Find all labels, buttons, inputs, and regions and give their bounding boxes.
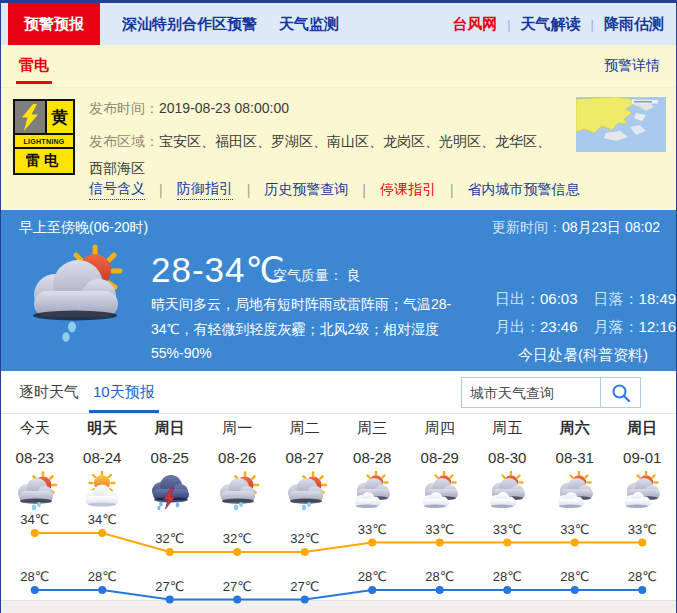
badge-type-en: LIGHTNING (15, 135, 73, 149)
link-defense-guide[interactable]: 防御指引 (177, 180, 233, 200)
day-label: 周五 (474, 419, 542, 437)
warning-links-row: 信号含义 | 防御指引 | 历史预警查询 | 停课指引 | 省内城市预警信息 (89, 180, 580, 200)
sun-times-row: 日出：06:03 日落：18:49 (495, 290, 676, 309)
high-temp-label: 33℃ (628, 522, 657, 537)
nav-separator: | (591, 17, 594, 32)
day-label: 今天 (1, 419, 69, 437)
low-temp-label: 27℃ (223, 579, 252, 594)
active-tab-underline (16, 81, 52, 84)
low-temp-point (503, 586, 511, 594)
search-icon (611, 383, 631, 403)
tab-warning-forecast[interactable]: 预警预报 (8, 3, 100, 45)
shower-sun-icon (1, 471, 69, 511)
publish-time-label: 发布时间： (89, 100, 159, 116)
air-quality-label: 空气质量： (273, 267, 343, 283)
day-label: 周六 (541, 419, 609, 437)
alert-detail-link[interactable]: 预警详情 (604, 57, 660, 75)
air-quality: 空气质量： 良 (273, 267, 361, 285)
current-weather-panel: 早上至傍晚(06-20时) 更新时间：08月23日 08:02 28-34℃ 空… (1, 210, 676, 371)
high-temp-point (98, 529, 106, 537)
nav-weather-monitor[interactable]: 天气监测 (279, 15, 339, 34)
forecast-period-label: 早上至傍晚(06-20时) (19, 219, 148, 237)
air-quality-value: 良 (347, 267, 361, 283)
link-history-query[interactable]: 历史预警查询 (264, 181, 348, 199)
badge-grade-label: 黄 (47, 101, 73, 133)
forecast-day-column[interactable]: 周三08-28 (339, 414, 407, 511)
forecast-day-column[interactable]: 周日08-25 (136, 414, 204, 511)
link-separator: | (247, 182, 251, 198)
forecast-day-column[interactable]: 今天08-23 (1, 414, 69, 511)
forecast-day-column[interactable]: 周六08-31 (541, 414, 609, 511)
nav-rain-estimate[interactable]: 降雨估测 (604, 15, 664, 34)
current-weather-icon-shower-sun (15, 243, 135, 345)
active-tab-underline (89, 410, 159, 413)
tab-lightning-alert[interactable]: 雷电 (19, 56, 49, 75)
partly-cloudy-icon (69, 471, 137, 511)
solar-term-link[interactable]: 今日处暑(科普资料) (518, 346, 648, 365)
forecast-day-column[interactable]: 周日09-01 (609, 414, 677, 511)
low-temp-label: 28℃ (88, 569, 117, 584)
date-label: 08-26 (204, 449, 272, 466)
day-label: 明天 (69, 419, 137, 437)
nav-typhoon-site[interactable]: 台风网 (452, 15, 497, 34)
city-weather-search (461, 377, 641, 408)
date-label: 08-31 (541, 449, 609, 466)
top-nav: 预警预报 深汕特别合作区预警 天气监测 台风网 | 天气解读 | 降雨估测 (1, 3, 676, 45)
cloudy-sun-icon (406, 471, 474, 511)
forecast-day-column[interactable]: 明天08-24 (69, 414, 137, 511)
alert-type-bar: 雷电 预警详情 (1, 45, 676, 88)
lightning-warning-badge[interactable]: 黄 LIGHTNING 雷电 (13, 99, 75, 175)
warning-area-map[interactable] (576, 97, 666, 152)
forecast-day-column[interactable]: 周二08-27 (271, 414, 339, 511)
date-label: 08-25 (136, 449, 204, 466)
publish-time-row: 发布时间：2019-08-23 08:00:00 (89, 100, 289, 118)
low-temp-line (35, 590, 643, 600)
nav-weather-explain[interactable]: 天气解读 (521, 15, 581, 34)
date-label: 08-23 (1, 449, 69, 466)
high-temp-point (503, 539, 511, 547)
cloudy-sun-icon (474, 471, 542, 511)
low-temp-point (571, 586, 579, 594)
high-temp-label: 34℃ (88, 512, 117, 527)
cloudy-sun-icon (609, 471, 677, 511)
update-time-value: 08月23日 08:02 (562, 219, 660, 235)
low-temp-label: 27℃ (290, 579, 319, 594)
high-temp-line (35, 533, 643, 552)
update-time-label: 更新时间： (492, 219, 562, 235)
tab-ten-day-forecast[interactable]: 10天预报 (93, 383, 155, 402)
nav-separator: | (507, 17, 510, 32)
date-label: 08-28 (339, 449, 407, 466)
cloudy-sun-icon (339, 471, 407, 511)
date-label: 08-29 (406, 449, 474, 466)
low-temp-label: 28℃ (560, 569, 589, 584)
temp-range: 28-34℃ (151, 250, 286, 290)
high-temp-point (368, 539, 376, 547)
link-class-suspension[interactable]: 停课指引 (380, 181, 436, 199)
nav-shenshan-warning[interactable]: 深汕特别合作区预警 (122, 15, 257, 34)
high-temp-point (436, 539, 444, 547)
tab-hourly-weather[interactable]: 逐时天气 (19, 383, 79, 402)
high-temp-label: 33℃ (358, 522, 387, 537)
cloudy-sun-icon (541, 471, 609, 511)
forecast-day-column[interactable]: 周五08-30 (474, 414, 542, 511)
high-temp-point (638, 539, 646, 547)
forecast-tabs-row: 逐时天气 10天预报 (1, 371, 676, 414)
link-separator: | (450, 182, 454, 198)
date-label: 09-01 (609, 449, 677, 466)
search-button[interactable] (601, 377, 641, 408)
date-label: 08-24 (69, 449, 137, 466)
forecast-day-column[interactable]: 周四08-29 (406, 414, 474, 511)
low-temp-label: 28℃ (20, 569, 49, 584)
forecast-day-column[interactable]: 周一08-26 (204, 414, 272, 511)
astro-info: 日出：06:03 日落：18:49 月出：23:46 月落：12:16 (495, 290, 676, 346)
day-label: 周一 (204, 419, 272, 437)
moon-times-row: 月出：23:46 月落：12:16 (495, 318, 676, 337)
high-temp-point (301, 548, 309, 556)
link-province-warnings[interactable]: 省内城市预警信息 (468, 181, 580, 199)
link-signal-meaning[interactable]: 信号含义 (89, 180, 145, 200)
search-input[interactable] (461, 377, 601, 408)
day-label: 周三 (339, 419, 407, 437)
sunrise: 日出：06:03 (495, 290, 578, 309)
high-temp-label: 32℃ (290, 531, 319, 546)
day-label: 周日 (136, 419, 204, 437)
